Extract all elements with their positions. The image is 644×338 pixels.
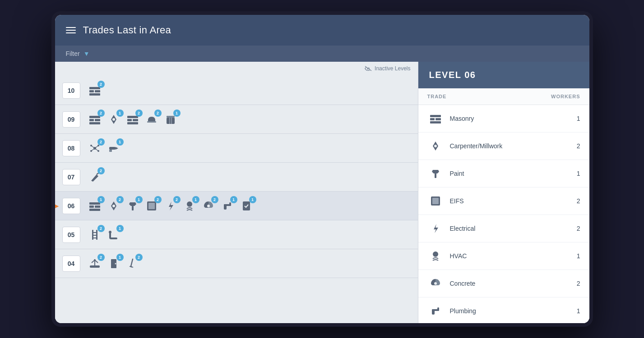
svg-point-8 — [112, 118, 115, 121]
trade-badge: 1 — [135, 196, 143, 203]
detail-row-hvac: HVAC1 — [418, 242, 589, 270]
trade-icon-carpenter[interactable]: 2 — [107, 199, 121, 213]
trade-icon-trowel[interactable]: 2 — [88, 170, 102, 184]
plumbing-detail-icon — [427, 303, 444, 319]
trade-badge: 1 — [116, 254, 124, 261]
trade-badge: 2 — [173, 196, 181, 203]
trade-icon-helmet[interactable]: 2 — [144, 112, 159, 127]
paint-name: Paint — [450, 170, 567, 177]
main-content: Inactive Levels 10209212210821072▶061212… — [55, 62, 589, 323]
plumbing-count: 1 — [567, 307, 580, 315]
filter-icon[interactable]: ▼ — [83, 50, 90, 57]
eifs-detail-icon — [427, 193, 444, 209]
trade-icon-ladder[interactable]: 2 — [88, 228, 102, 242]
floor-row[interactable]: ▶06121221211 — [55, 192, 418, 220]
trade-icon-masonry[interactable]: 1 — [88, 199, 102, 213]
trade-icon-plumbing[interactable]: 1 — [220, 199, 235, 213]
svg-marker-28 — [116, 147, 118, 150]
masonry-detail-icon — [427, 110, 444, 127]
trade-icon-pipe[interactable]: 1 — [107, 228, 121, 242]
floor-rows: 10209212210821072▶06121221211052104212 — [55, 62, 418, 278]
svg-point-65 — [434, 282, 437, 285]
trade-icons: 212 — [88, 256, 140, 271]
svg-rect-11 — [133, 119, 138, 121]
trade-badge: 2 — [97, 138, 105, 146]
svg-rect-15 — [167, 116, 175, 118]
carpenter-count: 2 — [567, 142, 580, 150]
trade-icon-concrete2[interactable]: 2 — [125, 112, 140, 127]
trade-icon-electrical[interactable]: 2 — [163, 199, 178, 213]
svg-rect-5 — [89, 119, 94, 121]
trade-badge: 1 — [249, 196, 256, 203]
floor-row[interactable]: 04212 — [55, 249, 418, 278]
trade-icons: 2 — [88, 170, 102, 184]
trade-icon-door[interactable]: 1 — [107, 256, 121, 271]
floor-row[interactable]: 0921221 — [55, 105, 418, 134]
detail-row-electrical: Electrical2 — [418, 215, 589, 242]
trade-badge: 1 — [173, 110, 181, 117]
svg-rect-31 — [89, 202, 100, 205]
trade-icon-carpenter[interactable]: 1 — [107, 112, 121, 127]
detail-row-plumbing: Plumbing1 — [418, 297, 589, 323]
floor-number: 04 — [62, 256, 80, 272]
floor-number: 06 — [62, 198, 80, 214]
trade-icon-gc[interactable]: 1 — [239, 199, 254, 213]
svg-rect-29 — [109, 150, 112, 152]
svg-rect-56 — [430, 115, 441, 117]
trade-badge: 1 — [97, 196, 105, 203]
col-trade-header: TRADE — [427, 94, 544, 99]
svg-rect-61 — [435, 174, 436, 178]
svg-point-54 — [115, 263, 116, 264]
page-title: Trades Last in Area — [83, 24, 171, 36]
menu-button[interactable] — [66, 27, 76, 33]
trade-icon-dumpster[interactable]: 1 — [163, 112, 178, 127]
filter-label: Filter — [66, 50, 80, 57]
electrical-count: 2 — [567, 225, 580, 232]
trade-icons: 121221211 — [88, 199, 254, 213]
svg-rect-68 — [437, 307, 439, 311]
floor-panel[interactable]: Inactive Levels 10209212210821072▶061212… — [55, 62, 418, 323]
trade-icon-sweep[interactable]: 2 — [125, 256, 140, 271]
floor-number: 09 — [62, 111, 80, 128]
svg-rect-3 — [89, 93, 100, 96]
detail-row-eifs: EIFS2 — [418, 187, 589, 215]
trade-icon-masonry[interactable]: 2 — [88, 112, 102, 127]
trade-icon-paint[interactable]: 1 — [125, 199, 140, 213]
trade-icon-masonry[interactable]: 2 — [88, 83, 102, 98]
svg-rect-63 — [432, 198, 439, 204]
trade-icon-eifs[interactable]: 2 — [144, 199, 159, 213]
trade-icon-hvac[interactable]: 1 — [182, 199, 197, 213]
trade-icon-network[interactable]: 2 — [88, 141, 102, 155]
floor-row[interactable]: 0521 — [55, 220, 418, 249]
hvac-name: HVAC — [450, 252, 567, 260]
trade-icons: 2 — [88, 83, 102, 98]
svg-rect-2 — [95, 90, 100, 92]
svg-point-35 — [112, 205, 115, 207]
floor-row[interactable]: 072 — [55, 163, 418, 192]
inactive-levels-button[interactable]: Inactive Levels — [365, 65, 410, 72]
detail-level-title: LEVEL 06 — [429, 70, 476, 80]
floor-row[interactable]: 102 — [55, 76, 418, 105]
svg-point-50 — [109, 231, 111, 233]
trade-badge: 2 — [135, 110, 143, 117]
svg-rect-1 — [89, 90, 94, 92]
floor-row[interactable]: 0821 — [55, 134, 418, 163]
active-floor-arrow: ▶ — [55, 201, 59, 210]
detail-row-masonry: Masonry1 — [418, 105, 589, 132]
svg-rect-47 — [92, 232, 97, 233]
svg-point-40 — [207, 205, 210, 207]
trade-badge: 2 — [97, 81, 105, 88]
trade-badge: 2 — [116, 196, 124, 203]
electrical-detail-icon — [427, 220, 444, 237]
inactive-levels-label: Inactive Levels — [375, 65, 410, 72]
trade-icon-drill[interactable]: 1 — [107, 141, 121, 155]
svg-rect-10 — [127, 119, 132, 121]
eifs-count: 2 — [567, 197, 580, 205]
electrical-name: Electrical — [450, 225, 567, 232]
eye-off-icon — [365, 66, 372, 71]
svg-rect-33 — [95, 206, 100, 208]
floor-number: 10 — [62, 82, 80, 99]
trade-icon-network2[interactable]: 2 — [88, 256, 102, 271]
trade-icon-concrete[interactable]: 2 — [201, 199, 216, 213]
svg-rect-9 — [127, 116, 138, 118]
